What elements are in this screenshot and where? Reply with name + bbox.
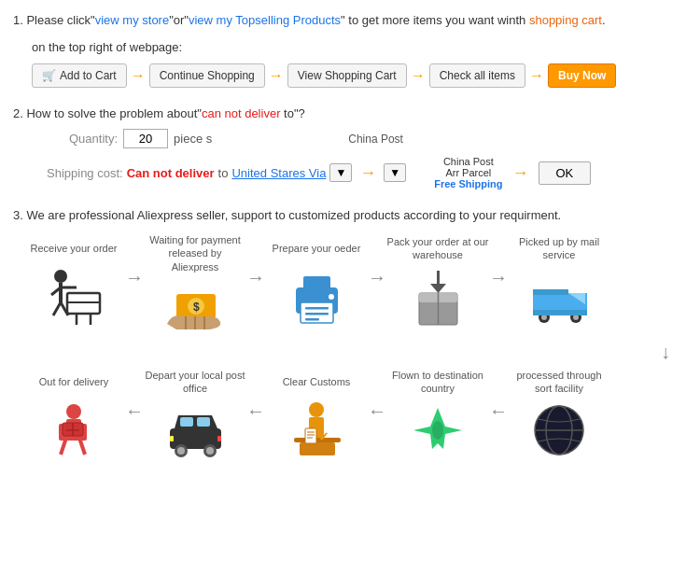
quantity-input[interactable] — [123, 129, 168, 148]
step-sort-label: processed through sort facility — [508, 367, 610, 397]
svg-rect-47 — [197, 417, 210, 427]
arrow-step-8-9: ← — [368, 400, 386, 422]
step-prepare-icon — [284, 267, 349, 328]
cart-icon: 🛒 — [42, 69, 56, 82]
svg-rect-21 — [305, 318, 319, 321]
view-cart-button[interactable]: View Shopping Cart — [287, 63, 407, 88]
parcel-info: China Post Arr Parcel Free Shipping — [434, 156, 502, 189]
svg-point-0 — [54, 270, 67, 283]
arrow-step-7-8: ← — [246, 400, 265, 422]
check-items-button[interactable]: Check all items — [429, 63, 525, 88]
section-2-title: 2. How to solve the problem about"can no… — [13, 105, 687, 124]
svg-text:✓: ✓ — [318, 429, 329, 444]
svg-rect-20 — [305, 313, 329, 315]
cannot-deliver-highlight: can not deliver — [202, 106, 281, 120]
ok-button[interactable]: OK — [539, 161, 592, 185]
svg-rect-19 — [305, 307, 329, 310]
step-pickup-label: Picked up by mail service — [508, 233, 610, 263]
step-sort-icon — [526, 400, 592, 461]
shipping-row: Shipping cost: Can not deliver to United… — [47, 156, 687, 189]
arrow-4: → — [529, 67, 544, 84]
svg-rect-56 — [294, 438, 341, 442]
arrow-2: → — [269, 67, 284, 84]
step-delivery-icon — [41, 400, 106, 461]
section-3: 3. We are professional Aliexpress seller… — [13, 206, 687, 461]
step-flight: Flown to destination country — [386, 367, 489, 461]
step-depart: Depart your local post office — [144, 367, 246, 461]
step-customs-label: Clear Customs — [283, 367, 351, 397]
step-sort: processed through sort facility — [508, 367, 610, 461]
svg-rect-53 — [217, 436, 221, 441]
down-arrow-icon: ↓ — [661, 342, 670, 363]
parcel-name-line2: Arr Parcel — [445, 167, 491, 178]
destination-link[interactable]: United Stares Via — [231, 166, 326, 180]
parcel-name-line1: China Post — [443, 156, 494, 167]
svg-rect-57 — [300, 442, 335, 455]
step-pack-icon — [405, 267, 470, 328]
parcel-arrow: → — [512, 163, 529, 183]
svg-point-54 — [309, 402, 324, 417]
to-text: to — [218, 166, 229, 180]
arrow-step-2-3: → — [246, 267, 265, 288]
svg-point-51 — [206, 447, 214, 455]
arrow-step-3-4: → — [368, 267, 386, 288]
down-arrow: ↓ — [13, 342, 687, 363]
quantity-row: Quantity: piece s China Post — [69, 129, 687, 148]
svg-point-49 — [177, 447, 185, 455]
arrow-step-6-7: ← — [125, 400, 144, 422]
ship-arrow: → — [359, 163, 376, 183]
svg-rect-36 — [533, 310, 587, 315]
shopping-cart-link[interactable]: shopping cart — [529, 13, 602, 27]
step-depart-label: Depart your local post office — [144, 367, 246, 397]
step-customs-icon: ✓ — [284, 400, 349, 461]
quantity-unit: piece s — [174, 132, 212, 146]
section-3-title: 3. We are professional Aliexpress seller… — [13, 206, 687, 226]
add-to-cart-button[interactable]: 🛒 Add to Cart — [32, 63, 127, 88]
step-payment: Waiting for payment released by Aliexpre… — [144, 233, 246, 338]
parcel-title: China Post — [348, 132, 403, 146]
step-pack-label: Pack your order at our warehouse — [386, 233, 489, 263]
cannot-deliver-text: Can not deliver — [127, 166, 215, 180]
step-delivery-label: Out for delivery — [39, 367, 109, 397]
step-receive-order: Receive your order — [22, 233, 125, 328]
svg-rect-46 — [180, 417, 193, 427]
process-row-1: Receive your order → — [22, 233, 687, 338]
step-flight-label: Flown to destination country — [386, 367, 489, 397]
svg-rect-31 — [533, 289, 568, 295]
step-payment-label: Waiting for payment released by Aliexpre… — [144, 233, 246, 273]
buy-now-button[interactable]: Buy Now — [548, 63, 616, 88]
step-pack: Pack your order at our warehouse — [386, 233, 489, 328]
svg-point-63 — [432, 421, 443, 440]
topselling-link[interactable]: view my Topselling Products — [189, 13, 341, 27]
arrow-step-4-5: → — [489, 267, 508, 288]
step-pickup-icon — [526, 267, 592, 328]
arrow-step-9-10: ← — [489, 400, 508, 422]
arrow-3: → — [411, 67, 426, 84]
section-1: 1. Please click"view my store"or"view my… — [13, 11, 687, 88]
step-flight-icon — [405, 400, 470, 461]
arrow-step-1-2: → — [125, 267, 144, 288]
via-dropdown[interactable]: ▼ — [329, 163, 352, 182]
step-prepare: Prepare your oeder — [265, 233, 368, 328]
continue-shopping-button[interactable]: Continue Shopping — [149, 63, 265, 88]
button-row: 🛒 Add to Cart → Continue Shopping → View… — [32, 63, 687, 88]
option-dropdown[interactable]: ▼ — [384, 163, 406, 182]
step-payment-icon: $ — [162, 277, 228, 338]
svg-point-37 — [66, 404, 81, 419]
section-1-title: 1. Please click"view my store"or"view my… — [13, 11, 687, 31]
step-customs: Clear Customs ✓ — [265, 367, 368, 461]
svg-line-4 — [53, 302, 61, 315]
shipping-cost-label: Shipping cost: — [47, 166, 123, 180]
svg-point-22 — [329, 294, 334, 300]
arrow-1: → — [131, 67, 146, 84]
svg-text:$: $ — [193, 301, 200, 314]
step-prepare-label: Prepare your oeder — [273, 233, 361, 263]
step-depart-icon — [162, 400, 228, 461]
view-store-link[interactable]: view my store — [95, 13, 169, 27]
step-receive-label: Receive your order — [31, 233, 118, 263]
svg-rect-52 — [170, 436, 174, 441]
svg-rect-58 — [305, 428, 316, 443]
process-row-2: Out for delivery ← Depart your local pos… — [22, 367, 687, 461]
step-pickup: Picked up by mail service — [508, 233, 610, 328]
step-delivery: Out for delivery — [22, 367, 125, 461]
